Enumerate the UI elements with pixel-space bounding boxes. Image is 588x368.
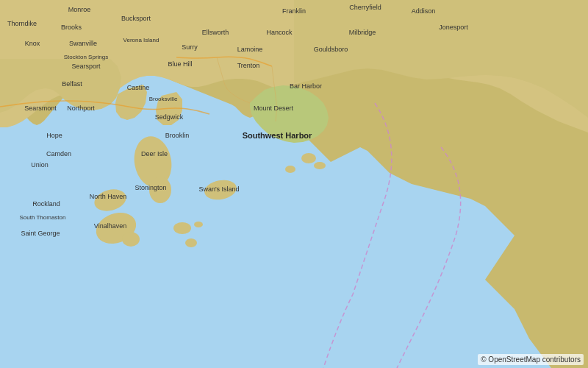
svg-text:Jonesport: Jonesport bbox=[439, 24, 468, 31]
svg-text:North Haven: North Haven bbox=[90, 193, 127, 200]
svg-text:Cherryfield: Cherryfield bbox=[349, 4, 381, 11]
svg-text:Northport: Northport bbox=[67, 105, 95, 112]
svg-text:Stockton Springs: Stockton Springs bbox=[64, 54, 108, 60]
svg-point-12 bbox=[185, 238, 197, 247]
svg-text:Brooklin: Brooklin bbox=[165, 132, 190, 139]
svg-text:Addison: Addison bbox=[412, 7, 436, 15]
svg-text:Knox: Knox bbox=[25, 40, 40, 47]
svg-text:Union: Union bbox=[31, 161, 49, 169]
svg-text:Gouldsboro: Gouldsboro bbox=[314, 46, 348, 53]
svg-text:Monroe: Monroe bbox=[68, 6, 91, 13]
map-attribution: © OpenStreetMap contributors bbox=[478, 354, 584, 365]
svg-text:Trenton: Trenton bbox=[237, 62, 260, 69]
svg-text:Deer Isle: Deer Isle bbox=[141, 150, 168, 158]
svg-text:Saint George: Saint George bbox=[21, 230, 60, 237]
attribution-text: © OpenStreetMap contributors bbox=[481, 355, 581, 364]
svg-text:South Thomaston: South Thomaston bbox=[19, 214, 65, 221]
svg-text:Thorndike: Thorndike bbox=[7, 20, 37, 27]
svg-text:Searsport: Searsport bbox=[71, 63, 101, 70]
svg-text:Franklin: Franklin bbox=[282, 7, 306, 15]
map-svg: Monroe Franklin Cherryfield Addison Thor… bbox=[0, 0, 588, 368]
svg-text:Bucksport: Bucksport bbox=[121, 15, 151, 22]
svg-text:Swanville: Swanville bbox=[69, 40, 97, 47]
svg-point-9 bbox=[285, 166, 295, 173]
svg-text:Stonington: Stonington bbox=[135, 184, 166, 191]
svg-text:Camden: Camden bbox=[46, 150, 71, 158]
svg-text:Hancock: Hancock bbox=[266, 29, 293, 36]
svg-text:Swan's Island: Swan's Island bbox=[198, 185, 239, 193]
map-container: Monroe Franklin Cherryfield Addison Thor… bbox=[0, 0, 588, 368]
svg-text:Vinalhaven: Vinalhaven bbox=[94, 222, 126, 230]
svg-text:Bar Harbor: Bar Harbor bbox=[290, 82, 322, 90]
svg-text:Blue Hill: Blue Hill bbox=[168, 60, 192, 68]
svg-point-11 bbox=[173, 222, 191, 234]
svg-text:Belfast: Belfast bbox=[62, 80, 82, 88]
svg-point-6 bbox=[122, 232, 140, 247]
svg-text:Lamoine: Lamoine bbox=[237, 46, 263, 53]
svg-text:Brooksville: Brooksville bbox=[149, 96, 178, 102]
svg-text:Surry: Surry bbox=[182, 43, 198, 51]
svg-point-8 bbox=[301, 153, 316, 163]
svg-text:Sedgwick: Sedgwick bbox=[155, 113, 184, 121]
svg-text:Southwest Harbor: Southwest Harbor bbox=[243, 131, 312, 140]
svg-text:Hope: Hope bbox=[46, 132, 62, 139]
svg-point-13 bbox=[194, 222, 203, 227]
svg-text:Mount Desert: Mount Desert bbox=[254, 105, 294, 112]
svg-text:Brooks: Brooks bbox=[61, 24, 82, 31]
svg-text:Milbridge: Milbridge bbox=[349, 29, 376, 36]
svg-text:Castine: Castine bbox=[127, 84, 150, 91]
svg-point-10 bbox=[314, 162, 326, 169]
svg-text:Searsmont: Searsmont bbox=[24, 105, 57, 112]
svg-text:Rockland: Rockland bbox=[32, 200, 60, 208]
svg-text:Ellsworth: Ellsworth bbox=[202, 29, 229, 36]
svg-text:Verona Island: Verona Island bbox=[123, 37, 159, 43]
